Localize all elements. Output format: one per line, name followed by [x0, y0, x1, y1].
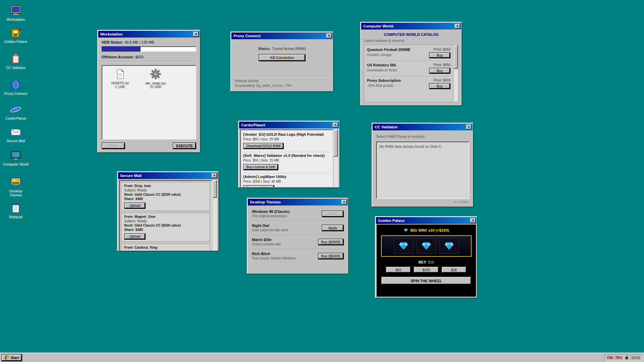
theme-buy-button[interactable]: Buy ($5000) — [318, 253, 344, 259]
desktop-icon-carderplanet[interactable]: CarderPlanet — [3, 104, 29, 120]
window-title: Desktop Themes — [250, 200, 281, 204]
download-wiper-button[interactable]: Download Wiper — [243, 185, 274, 187]
workstation-titlebar[interactable]: Workstation × — [98, 31, 200, 38]
cc-validator-titlebar[interactable]: CC Validator × — [373, 124, 473, 130]
hdd-progress-bar — [102, 46, 196, 52]
secure-mail-titlebar[interactable]: Secure Mail × — [118, 172, 218, 179]
big-win-banner: BIG WIN! x10 (+$100) — [404, 228, 449, 232]
spin-button[interactable]: SPIN THE WHEEL — [381, 277, 472, 285]
planet-icon — [10, 104, 21, 115]
catalog-item-price: Price: $450 — [433, 63, 450, 67]
close-icon[interactable]: × — [193, 32, 199, 37]
market-item-meta: Price: $300 | Size: 40 MB — [243, 180, 330, 183]
theme-apply-button[interactable]: Apply — [322, 225, 344, 231]
market-item: [Soft_Warez] Validator v1.0 (Needed for … — [243, 152, 330, 173]
carderplanet-window: CarderPlanet × [Vendor_EU] GOLD Raw Logs… — [238, 121, 340, 188]
computer-world-window: Computer World × COMPUTER WORLD CATALOG … — [360, 22, 462, 106]
golden-palace-titlebar[interactable]: Golden Palace × — [376, 217, 477, 224]
desktop-icon-workstation[interactable]: Workstation — [3, 5, 29, 21]
close-icon[interactable]: × — [455, 24, 460, 28]
delete-button[interactable]: Delete — [102, 142, 125, 149]
file-size: 20.0MB — [150, 85, 161, 89]
desktop-icon-computer-world[interactable]: Computer World — [3, 150, 29, 166]
close-icon[interactable]: × — [326, 34, 332, 38]
theme-name: Night Owl — [252, 224, 322, 228]
catalog-item: Quantum Fireball 250MBDoubles storage. P… — [367, 46, 450, 61]
dump-list-empty-text: No RAW data dumps found on Disk C: — [379, 144, 442, 148]
scrollbar[interactable] — [212, 180, 217, 250]
workstation-window: Workstation × HDD Status:49.6 MB / 120 M… — [97, 30, 201, 153]
catalog-item: Proxy Subscription-30% Risk growth. Pric… — [367, 76, 450, 92]
carderplanet-titlebar[interactable]: CarderPlanet × — [239, 122, 339, 128]
mail-list: From: Drop_Ivan Subject: Ready Need: Val… — [119, 180, 217, 250]
taskbar-clock: 18:02 — [631, 356, 640, 360]
hdd-status-label: HDD Status: — [102, 40, 123, 44]
buy-button[interactable]: Buy — [429, 83, 450, 89]
file-item-howto[interactable]: HOWTO.txt 0.1MB — [106, 68, 135, 89]
upload-button[interactable]: Upload — [124, 202, 146, 209]
mail-need: Need: Valid Classic CC ($300 value) — [124, 193, 207, 196]
desktop-themes-titlebar[interactable]: Desktop Themes × — [248, 199, 348, 205]
start-button[interactable]: Start — [1, 354, 22, 361]
scrollbar-thumb[interactable] — [454, 45, 458, 69]
mail-from: From: Magnet_User — [124, 215, 207, 219]
notepad-icon — [10, 202, 21, 214]
theme-name: Matrix Elite — [252, 238, 318, 242]
close-icon[interactable]: × — [341, 200, 347, 204]
download-gold-raw-button[interactable]: Download GOLD RAW — [243, 143, 284, 149]
buy-license-button[interactable]: Buy License & Soft — [243, 164, 278, 170]
desktop-icon-cc-validator[interactable]: CC Validator — [3, 53, 29, 70]
buy-button[interactable]: Buy — [429, 52, 450, 58]
theme-buy-button[interactable]: Buy ($2000) — [318, 239, 344, 245]
proxy-status-line: Status:Tunnel Active (RAW) — [235, 47, 329, 51]
catalog-item: US Robotics 56kDownloads 2x faster. Pric… — [367, 61, 450, 76]
buy-button[interactable]: Buy — [429, 68, 450, 74]
bet-10-button[interactable]: $10 — [386, 266, 411, 273]
proxy-connect-titlebar[interactable]: Proxy Connect × — [231, 33, 333, 39]
theme-row: Matrix EliteGreen console vibe. Buy ($20… — [252, 235, 344, 249]
bet-value: $10 — [428, 260, 434, 264]
close-icon[interactable]: × — [212, 173, 217, 178]
theme-name: Rich Bitch — [252, 252, 318, 256]
scrollbar-thumb[interactable] — [334, 130, 338, 157]
mail-from: From: Drop_Ivan — [124, 184, 207, 188]
file-item-win-swap[interactable]: win_swap.sys 20.0MB — [141, 68, 170, 89]
big-win-text: BIG WIN! x10 (+$100) — [410, 228, 449, 232]
bet-1k-button[interactable]: $1K — [441, 266, 467, 273]
close-icon[interactable]: × — [333, 123, 338, 127]
slot-display — [381, 235, 472, 257]
desktop-icon-label: Notepad — [9, 215, 22, 219]
execute-button[interactable]: EXECUTE — [173, 142, 196, 149]
theme-desc: Green console vibe. — [252, 242, 318, 246]
desktop-icon-desktop-themes[interactable]: Desktop Themes — [3, 177, 29, 197]
upload-button[interactable]: Upload — [124, 233, 146, 240]
windows-logo-icon — [4, 355, 9, 360]
desktop-icon-golden-palace[interactable]: Golden Palace — [3, 27, 29, 44]
globe-icon — [10, 79, 21, 90]
desktop-icon-label: Golden Palace — [4, 40, 28, 44]
kill-connection-button[interactable]: Kill Connection — [259, 54, 306, 61]
market-item-meta: Price: $80 | Size: 25 MB — [243, 137, 330, 141]
theme-desc: Pure luxury. Golden Windows. — [252, 256, 318, 260]
desktop-icon-label: Workstation — [6, 17, 25, 21]
theme-active-button[interactable]: Active — [322, 210, 344, 217]
desktop-icon-notepad[interactable]: Notepad — [3, 202, 29, 219]
catalog-heading: COMPUTER WORLD CATALOG — [364, 33, 459, 37]
desktop-icon-secure-mail[interactable]: Secure Mail — [3, 126, 29, 143]
carderplanet-body: [Vendor_EU] GOLD Raw Logs (High Potentia… — [239, 128, 339, 187]
slot-cell — [394, 238, 413, 254]
scrollbar[interactable] — [453, 45, 458, 102]
desktop-icon-proxy-connect[interactable]: Proxy Connect — [3, 79, 29, 96]
catalog-item-name: Proxy Subscription — [367, 78, 427, 82]
scrollbar-thumb[interactable] — [213, 180, 217, 198]
divider — [102, 62, 196, 62]
scrollbar[interactable] — [333, 129, 338, 187]
bet-100-button[interactable]: $100 — [414, 266, 439, 273]
computer-world-titlebar[interactable]: Computer World × — [361, 23, 461, 29]
fbi-heat-status: FBI: 78% — [607, 356, 622, 360]
close-icon[interactable]: × — [470, 218, 476, 223]
file-name: HOWTO.txt — [111, 81, 128, 85]
window-title: Secure Mail — [120, 174, 142, 178]
document-icon — [114, 68, 126, 80]
close-icon[interactable]: × — [466, 125, 472, 129]
